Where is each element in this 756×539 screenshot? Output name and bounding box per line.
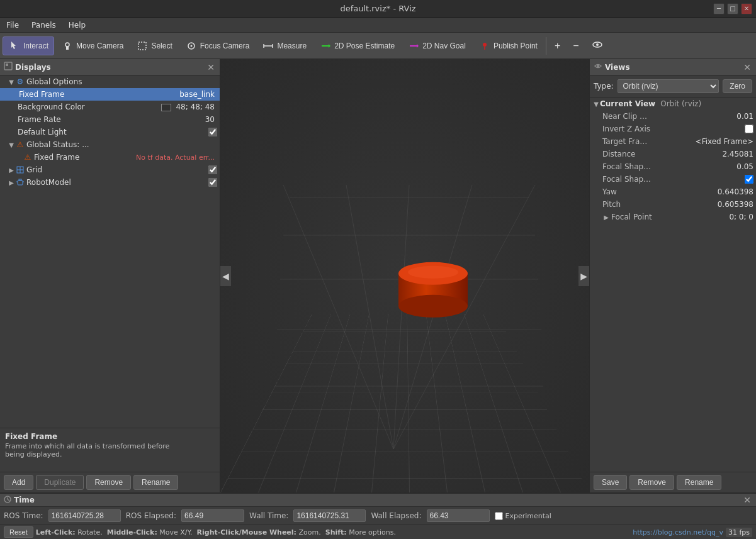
time-close-button[interactable]: ✕ xyxy=(742,495,752,505)
focus-camera-button[interactable]: Focus Camera xyxy=(179,36,256,55)
yaw-row[interactable]: Yaw 0.640398 xyxy=(590,186,756,198)
type-label: Type: xyxy=(594,82,614,91)
measure-button[interactable]: Measure xyxy=(256,36,312,55)
invert-z-checkbox[interactable] xyxy=(745,125,753,133)
menu-help[interactable]: Help xyxy=(66,19,88,31)
global-options-row[interactable]: ▼ ⚙ Global Options xyxy=(0,75,220,88)
2d-pose-icon xyxy=(319,40,332,52)
reset-button[interactable]: Reset xyxy=(4,526,33,538)
publish-point-button[interactable]: Publish Point xyxy=(473,36,543,55)
current-view-header[interactable]: ▼ Current View Orbit (rviz) xyxy=(590,97,756,110)
robot-model-checkbox[interactable] xyxy=(208,178,217,187)
distance-value: 2.45081 xyxy=(722,150,753,158)
2d-nav-button[interactable]: 2D Nav Goal xyxy=(402,36,471,55)
frame-rate-row[interactable]: Frame Rate 30 xyxy=(0,113,220,126)
rename-view-button[interactable]: Rename xyxy=(677,475,721,490)
focal-shape1-row[interactable]: Focal Shap… 0.05 xyxy=(590,160,756,173)
camera-toolbar-button[interactable] xyxy=(586,36,609,55)
yaw-value: 0.640398 xyxy=(718,187,753,196)
time-fields: ROS Time: ROS Elapsed: Wall Time: Wall E… xyxy=(0,507,756,525)
viewport-right-arrow[interactable]: ▶ xyxy=(578,266,589,286)
move-camera-button[interactable]: Move Camera xyxy=(55,36,129,55)
target-fra-row[interactable]: Target Fra… <Fixed Frame> xyxy=(590,135,756,148)
view-type-select[interactable]: Orbit (rviz) xyxy=(618,79,719,93)
fixed-frame-status-row[interactable]: ⚠ Fixed Frame No tf data. Actual err... xyxy=(0,151,220,164)
pitch-row[interactable]: Pitch 0.605398 xyxy=(590,198,756,211)
duplicate-display-button[interactable]: Duplicate xyxy=(36,475,84,490)
global-status-row[interactable]: ▼ ⚠ Global Status: ... xyxy=(0,138,220,151)
remove-toolbar-button[interactable]: − xyxy=(567,37,584,55)
views-type-row: Type: Orbit (rviz) Zero xyxy=(590,75,756,97)
save-view-button[interactable]: Save xyxy=(594,475,627,490)
menu-file[interactable]: File xyxy=(4,19,21,31)
add-display-button[interactable]: Add xyxy=(4,475,33,490)
background-color-row[interactable]: Background Color 48; 48; 48 xyxy=(0,101,220,113)
select-button[interactable]: Select xyxy=(130,36,178,55)
default-light-checkbox[interactable] xyxy=(208,128,217,136)
wall-elapsed-input[interactable] xyxy=(427,509,490,522)
rename-display-button[interactable]: Rename xyxy=(133,475,178,490)
viewport-left-arrow[interactable]: ◀ xyxy=(220,266,231,286)
toolbar: Interact Move Camera Select Focus Camera xyxy=(0,33,756,59)
focal-shape2-checkbox[interactable] xyxy=(745,175,753,184)
interact-button[interactable]: Interact xyxy=(3,36,54,55)
default-light-row[interactable]: Default Light xyxy=(0,126,220,138)
invert-z-row[interactable]: Invert Z Axis xyxy=(590,123,756,135)
wall-time-input[interactable] xyxy=(293,509,366,522)
close-button[interactable]: ✕ xyxy=(741,3,752,14)
viewport[interactable]: ◀ ▶ xyxy=(220,59,589,492)
fixed-frame-error-value: No tf data. Actual err... xyxy=(136,153,217,162)
focal-point-value: 0; 0; 0 xyxy=(729,213,753,221)
window-controls: ─ □ ✕ xyxy=(713,3,752,14)
focal-point-row[interactable]: ▶ Focal Point 0; 0; 0 xyxy=(590,211,756,223)
2d-pose-button[interactable]: 2D Pose Estimate xyxy=(313,36,400,55)
2d-nav-icon xyxy=(407,40,420,52)
grid-checkbox[interactable] xyxy=(208,165,217,174)
pitch-label: Pitch xyxy=(602,200,718,209)
views-icon xyxy=(594,62,602,72)
fps-badge: 31 fps xyxy=(726,528,752,537)
experimental-checkbox[interactable] xyxy=(495,512,503,520)
displays-close-button[interactable]: ✕ xyxy=(206,62,216,72)
window-title: default.rviz* - RViz xyxy=(340,4,415,13)
svg-rect-2 xyxy=(138,42,146,50)
3d-view[interactable] xyxy=(220,59,589,492)
fixed-frame-status-label: Fixed Frame xyxy=(33,153,136,162)
interact-label: Interact xyxy=(23,42,48,50)
near-clip-label: Near Clip … xyxy=(602,112,736,121)
fixed-frame-value: base_link xyxy=(179,90,217,99)
ros-elapsed-input[interactable] xyxy=(181,509,244,522)
time-bar: Time ✕ ROS Time: ROS Elapsed: Wall Time:… xyxy=(0,492,756,539)
fixed-frame-row[interactable]: Fixed Frame base_link xyxy=(0,88,220,101)
title-bar: default.rviz* - RViz ─ □ ✕ xyxy=(0,0,756,18)
add-toolbar-button[interactable]: + xyxy=(549,37,566,55)
svg-marker-11 xyxy=(417,44,419,48)
toolbar-separator xyxy=(546,37,546,55)
menu-panels[interactable]: Panels xyxy=(29,19,59,31)
remove-view-button[interactable]: Remove xyxy=(629,475,674,490)
frame-rate-value: 30 xyxy=(205,115,217,124)
displays-panel-title: Displays xyxy=(15,63,51,72)
ros-time-input[interactable] xyxy=(48,509,121,522)
3d-cylinder xyxy=(386,245,480,322)
maximize-button[interactable]: □ xyxy=(727,3,738,14)
robot-model-arrow: ▶ xyxy=(8,179,15,186)
focal-shape2-row[interactable]: Focal Shap… xyxy=(590,173,756,186)
distance-row[interactable]: Distance 2.45081 xyxy=(590,148,756,160)
wall-time-label: Wall Time: xyxy=(249,511,288,520)
svg-point-0 xyxy=(65,43,69,47)
ros-time-label: ROS Time: xyxy=(4,511,43,520)
target-fra-value: <Fixed Frame> xyxy=(696,137,753,146)
svg-line-25 xyxy=(283,185,393,449)
zero-button[interactable]: Zero xyxy=(723,79,752,93)
grid-row[interactable]: ▶ Grid xyxy=(0,164,220,176)
views-close-button[interactable]: ✕ xyxy=(742,62,752,72)
views-panel: Views ✕ Type: Orbit (rviz) Zero ▼ Curren… xyxy=(589,59,756,492)
near-clip-row[interactable]: Near Clip … 0.01 xyxy=(590,110,756,123)
remove-display-button[interactable]: Remove xyxy=(86,475,131,490)
robot-model-row[interactable]: ▶ RobotModel xyxy=(0,176,220,189)
current-view-type: Orbit (rviz) xyxy=(660,99,701,108)
background-color-label: Background Color xyxy=(18,103,161,111)
minimize-button[interactable]: ─ xyxy=(713,3,725,14)
frame-rate-label: Frame Rate xyxy=(18,115,205,124)
